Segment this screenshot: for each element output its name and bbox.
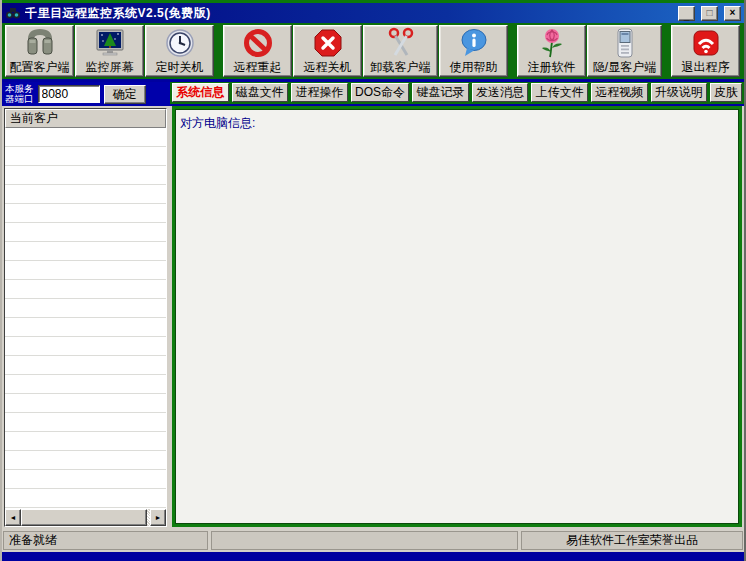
monitor-icon [94,27,126,59]
status-ready-text: 准备就绪 [3,531,208,550]
tab-upload-file[interactable]: 上传文件 [531,83,588,102]
client-list-row [5,356,166,375]
exit-signal-icon [690,27,722,59]
toolbar-group-1: 配置客户端 监控屏幕 [5,25,215,77]
app-window: 千里目远程监控系统V2.5(免费版) _ □ × 配置客户端 [0,0,746,561]
help-button[interactable]: 使用帮助 [439,25,508,77]
close-icon: × [730,8,736,18]
toolbar-button-label: 卸载客户端 [371,59,431,75]
toolbar-group-4: 退出程序 [671,25,741,77]
client-list-row [5,242,166,261]
client-list-row [5,337,166,356]
status-credit-text: 易佳软件工作室荣誉出品 [521,531,743,550]
client-list-row [5,432,166,451]
info-bubble-icon [458,27,490,59]
toolbar-button-label: 远程关机 [304,59,352,75]
client-list-row [5,318,166,337]
tab-disk-files[interactable]: 磁盘文件 [232,83,289,102]
toolbar: 配置客户端 监控屏幕 [2,23,744,79]
client-list-header: 当前客户 [5,109,166,128]
tab-upgrade-notes[interactable]: 升级说明 [651,83,708,102]
client-list-row [5,413,166,432]
binoculars-app-icon [5,5,21,21]
horizontal-scrollbar[interactable]: ◄ ► [5,509,166,526]
left-panel: 当前客户 [2,106,170,529]
server-port-panel: 本服务 器端口 确定 [2,82,170,106]
toolbar-button-label: 使用帮助 [450,59,498,75]
hide-show-client-button[interactable]: 隐/显客户端 [587,25,662,77]
client-list-row [5,261,166,280]
server-port-label: 本服务 器端口 [5,84,34,104]
minimize-button[interactable]: _ [678,6,695,21]
rose-icon [536,27,568,59]
handheld-device-icon [609,27,641,59]
uninstall-client-button[interactable]: 卸载客户端 [363,25,438,77]
configure-client-button[interactable]: 配置客户端 [5,25,74,77]
toolbar-group-3: 注册软件 隐/显客户端 [517,25,663,77]
client-list-row [5,166,166,185]
toolbar-button-label: 定时关机 [156,59,204,75]
remote-computer-info-label: 对方电脑信息: [180,115,734,132]
stop-x-icon [312,27,344,59]
maximize-icon: □ [706,8,712,18]
tab-remote-video[interactable]: 远程视频 [591,83,648,102]
client-list-row [5,394,166,413]
exit-program-button[interactable]: 退出程序 [671,25,740,77]
toolbar-button-label: 注册软件 [528,59,576,75]
client-list-row [5,299,166,318]
toolbar-separator [663,25,671,77]
client-list-row [5,128,166,147]
content-row: 当前客户 [2,106,744,529]
confirm-port-button[interactable]: 确定 [104,85,146,104]
current-clients-list[interactable]: 当前客户 [4,108,167,527]
no-entry-icon [242,27,274,59]
tab-process-ops[interactable]: 进程操作 [291,83,348,102]
window-title: 千里目远程监控系统V2.5(免费版) [25,5,672,22]
mid-row: 本服务 器端口 确定 系统信息 磁盘文件 进程操作 DOS命令 键盘记录 发送消… [2,82,744,106]
toolbar-separator [509,25,517,77]
client-list-rows [5,128,166,509]
toolbar-button-label: 远程重起 [234,59,282,75]
status-bar: 准备就绪 易佳软件工作室荣誉出品 [2,529,744,552]
minimize-icon: _ [684,11,690,21]
client-list-row [5,451,166,470]
tab-keylog[interactable]: 键盘记录 [412,83,469,102]
client-list-row [5,375,166,394]
client-list-row [5,223,166,242]
toolbar-button-label: 监控屏幕 [86,59,134,75]
scroll-right-button[interactable]: ► [150,509,166,526]
status-middle-cell [211,531,518,550]
monitor-screen-button[interactable]: 监控屏幕 [75,25,144,77]
tab-dos-command[interactable]: DOS命令 [351,83,410,102]
scroll-left-button[interactable]: ◄ [5,509,21,526]
tab-strip: 系统信息 磁盘文件 进程操作 DOS命令 键盘记录 发送消息 上传文件 远程视频… [170,82,744,106]
client-list-row [5,147,166,166]
remote-info-panel: 对方电脑信息: [172,106,742,527]
tab-system-info[interactable]: 系统信息 [172,83,229,102]
client-list-row [5,470,166,489]
server-port-input[interactable] [38,85,100,103]
remote-shutdown-button[interactable]: 远程关机 [293,25,362,77]
close-button[interactable]: × [724,6,741,21]
binoculars-icon [24,27,56,59]
server-port-label-line2: 器端口 [5,94,34,104]
scrollbar-thumb[interactable] [21,509,147,526]
toolbar-group-2: 远程重起 远程关机 卸载客户端 [223,25,509,77]
scissors-icon [385,27,417,59]
client-list-row [5,280,166,299]
register-software-button[interactable]: 注册软件 [517,25,586,77]
title-bar: 千里目远程监控系统V2.5(免费版) _ □ × [2,3,744,23]
client-list-row [5,204,166,223]
tab-skin[interactable]: 皮肤 [710,83,742,102]
remote-restart-button[interactable]: 远程重起 [223,25,292,77]
toolbar-button-label: 配置客户端 [10,59,70,75]
clock-icon [164,27,196,59]
client-list-row [5,185,166,204]
toolbar-button-label: 退出程序 [682,59,730,75]
bottom-blue-bar [2,552,744,561]
toolbar-button-label: 隐/显客户端 [593,59,656,75]
toolbar-separator [215,25,223,77]
tab-send-message[interactable]: 发送消息 [472,83,529,102]
maximize-button[interactable]: □ [701,6,718,21]
scheduled-shutdown-button[interactable]: 定时关机 [145,25,214,77]
